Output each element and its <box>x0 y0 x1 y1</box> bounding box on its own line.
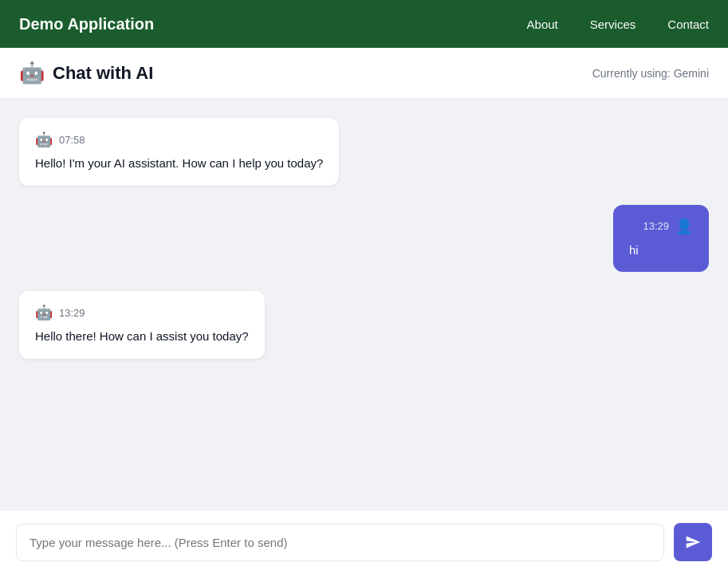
messages-area: 🤖 07:58 Hello! I'm your AI assistant. Ho… <box>0 99 728 509</box>
user-bubble: 13:29 👤 hi <box>613 205 709 273</box>
msg-text: Hello there! How can I assist you today? <box>35 328 249 346</box>
send-button[interactable] <box>674 523 712 561</box>
message-input[interactable] <box>16 524 664 561</box>
msg-time: 07:58 <box>59 134 85 146</box>
ai-message: 🤖 07:58 Hello! I'm your AI assistant. Ho… <box>19 118 709 186</box>
msg-meta: 🤖 07:58 <box>35 131 323 148</box>
input-area <box>0 509 728 574</box>
send-icon <box>685 534 701 550</box>
navbar: Demo Application About Services Contact <box>0 0 728 48</box>
msg-time: 13:29 <box>59 307 85 319</box>
user-message: 13:29 👤 hi <box>19 205 709 273</box>
nav-link-services[interactable]: Services <box>590 18 636 31</box>
user-msg-time: 13:29 <box>643 220 669 232</box>
ai-bubble: 🤖 13:29 Hello there! How can I assist yo… <box>19 291 265 359</box>
msg-text: Hello! I'm your AI assistant. How can I … <box>35 155 323 173</box>
nav-brand: Demo Application <box>19 15 154 33</box>
msg-robot-icon: 🤖 <box>35 304 53 321</box>
msg-robot-icon: 🤖 <box>35 131 53 148</box>
current-model-label: Currently using: Gemini <box>592 67 709 80</box>
user-avatar-icon: 👤 <box>675 218 693 235</box>
chat-title: Chat with AI <box>53 63 153 84</box>
user-msg-text: hi <box>629 242 693 260</box>
nav-links: About Services Contact <box>527 18 709 31</box>
user-msg-meta: 13:29 👤 <box>629 218 693 235</box>
chat-title-group: 🤖 Chat with AI <box>19 61 153 85</box>
nav-link-contact[interactable]: Contact <box>667 18 709 31</box>
robot-icon: 🤖 <box>19 61 45 85</box>
chat-header: 🤖 Chat with AI Currently using: Gemini <box>0 48 728 99</box>
ai-bubble: 🤖 07:58 Hello! I'm your AI assistant. Ho… <box>19 118 339 186</box>
msg-meta: 🤖 13:29 <box>35 304 249 321</box>
ai-message: 🤖 13:29 Hello there! How can I assist yo… <box>19 291 709 359</box>
nav-link-about[interactable]: About <box>527 18 558 31</box>
